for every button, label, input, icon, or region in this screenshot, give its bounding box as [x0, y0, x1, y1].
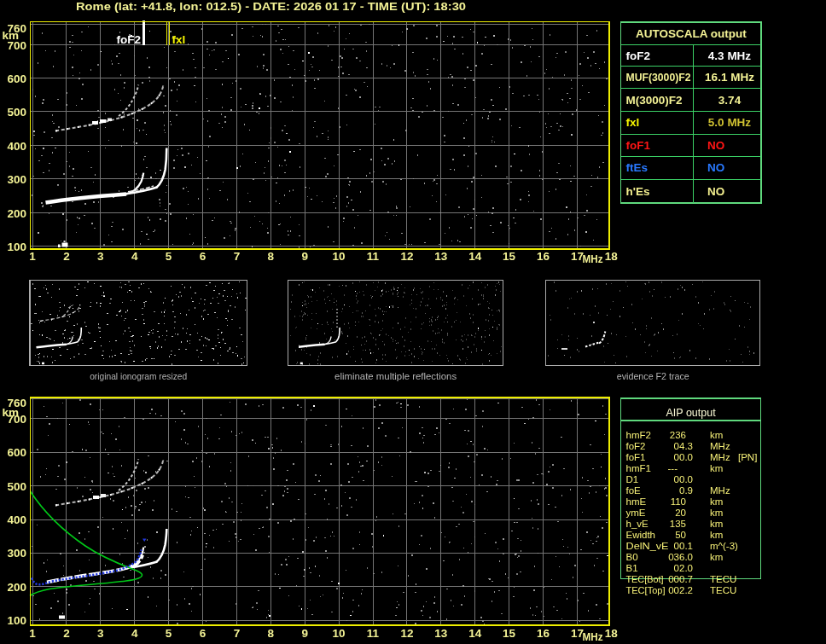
svg-text:600: 600	[7, 446, 26, 459]
svg-text:TEC[Top]: TEC[Top]	[626, 585, 666, 595]
svg-text:M(3000)F2: M(3000)F2	[626, 94, 683, 107]
svg-text:300: 300	[7, 173, 26, 186]
svg-text:h_vE: h_vE	[626, 519, 649, 529]
svg-text:02.0: 02.0	[674, 563, 693, 573]
svg-text:---: ---	[668, 463, 678, 473]
svg-text:original ionogram resized: original ionogram resized	[90, 371, 187, 381]
svg-text:50: 50	[675, 530, 686, 540]
svg-text:B1: B1	[626, 563, 638, 573]
svg-text:13: 13	[434, 250, 448, 263]
svg-text:1: 1	[29, 250, 36, 263]
svg-text:TEC[Bot]: TEC[Bot]	[626, 574, 664, 584]
svg-text:12: 12	[400, 250, 413, 263]
svg-text:15: 15	[503, 627, 516, 640]
svg-text:MUF(3000)F2: MUF(3000)F2	[626, 71, 691, 84]
svg-text:135: 135	[670, 519, 686, 529]
svg-text:500: 500	[7, 480, 26, 493]
svg-text:0.9: 0.9	[679, 485, 693, 496]
svg-text:foF1: foF1	[626, 452, 646, 462]
svg-text:036.0: 036.0	[668, 552, 693, 562]
svg-text:8: 8	[268, 627, 275, 640]
svg-text:7: 7	[234, 250, 241, 263]
svg-text:fxl: fxl	[626, 116, 640, 129]
svg-text:2: 2	[63, 627, 70, 640]
svg-text:km: km	[710, 530, 723, 540]
svg-text:9: 9	[301, 250, 308, 263]
svg-text:3: 3	[97, 250, 104, 263]
svg-text:h'Es: h'Es	[626, 185, 650, 198]
svg-text:km: km	[710, 463, 723, 473]
svg-text:6: 6	[200, 627, 206, 640]
svg-text:00.0: 00.0	[674, 452, 693, 462]
svg-text:200: 200	[7, 207, 26, 220]
svg-text:hmE: hmE	[626, 496, 647, 507]
svg-text:MHz: MHz	[710, 485, 730, 496]
svg-text:18: 18	[605, 250, 619, 263]
svg-text:002.2: 002.2	[668, 585, 693, 595]
svg-text:10: 10	[333, 250, 346, 263]
svg-text:[PN]: [PN]	[738, 452, 757, 462]
svg-text:5.0 MHz: 5.0 MHz	[708, 116, 752, 129]
svg-text:12: 12	[400, 627, 413, 640]
svg-text:400: 400	[7, 513, 26, 526]
svg-text:AIP output: AIP output	[666, 407, 717, 419]
svg-text:km: km	[710, 552, 723, 562]
svg-text:700: 700	[7, 413, 26, 426]
svg-text:4.3 MHz: 4.3 MHz	[708, 49, 752, 62]
svg-text:B0: B0	[626, 552, 638, 562]
svg-text:ymE: ymE	[626, 508, 646, 518]
svg-text:TECU: TECU	[710, 585, 736, 595]
svg-text:5: 5	[166, 250, 172, 263]
svg-text:16: 16	[537, 627, 550, 640]
svg-text:DelN_vE: DelN_vE	[626, 541, 669, 551]
svg-text:evidence F2 trace: evidence F2 trace	[617, 371, 689, 381]
svg-text:15: 15	[503, 250, 516, 263]
svg-text:00.0: 00.0	[674, 474, 693, 484]
svg-text:km: km	[710, 430, 723, 440]
svg-text:5: 5	[166, 627, 172, 640]
svg-text:m^(-3): m^(-3)	[710, 541, 738, 551]
svg-text:AUTOSCALA output: AUTOSCALA output	[636, 27, 747, 40]
svg-text:km: km	[710, 519, 723, 529]
svg-text:8: 8	[268, 250, 275, 263]
svg-text:11: 11	[367, 627, 380, 640]
svg-text:foF2: foF2	[626, 49, 651, 62]
svg-text:4: 4	[131, 627, 138, 640]
svg-text:hmF2: hmF2	[626, 430, 651, 440]
svg-text:D1: D1	[626, 474, 639, 484]
svg-text:00.1: 00.1	[674, 541, 693, 551]
svg-text:100: 100	[7, 614, 26, 627]
svg-text:MHz: MHz	[710, 441, 730, 451]
svg-text:NO: NO	[707, 185, 724, 198]
svg-text:foF2: foF2	[117, 33, 142, 46]
svg-text:11: 11	[367, 250, 380, 263]
svg-text:foE: foE	[626, 485, 642, 496]
svg-text:hmF1: hmF1	[626, 463, 651, 473]
svg-text:foF1: foF1	[626, 139, 651, 152]
svg-text:km: km	[710, 508, 723, 518]
svg-text:700: 700	[7, 39, 26, 52]
svg-text:236: 236	[670, 430, 686, 440]
svg-text:9: 9	[301, 627, 308, 640]
svg-text:14: 14	[468, 627, 482, 640]
svg-text:foF2: foF2	[626, 441, 646, 451]
svg-text:14: 14	[468, 250, 482, 263]
svg-text:eliminate multiple reflections: eliminate multiple reflections	[334, 371, 457, 381]
svg-text:MHz: MHz	[583, 631, 603, 643]
svg-text:10: 10	[333, 627, 346, 640]
svg-text:NO: NO	[707, 139, 724, 152]
svg-text:4: 4	[131, 250, 138, 263]
svg-text:18: 18	[605, 627, 619, 640]
svg-text:300: 300	[7, 547, 26, 560]
svg-text:Rome (lat: +41.8, lon: 012.5): Rome (lat: +41.8, lon: 012.5) - DATE: 20…	[76, 0, 466, 13]
svg-text:MHz: MHz	[710, 452, 730, 462]
svg-text:7: 7	[234, 627, 241, 640]
svg-text:fxl: fxl	[172, 33, 186, 46]
svg-text:ftEs: ftEs	[626, 161, 649, 174]
svg-text:000.7: 000.7	[668, 574, 693, 584]
svg-text:13: 13	[434, 627, 448, 640]
svg-text:600: 600	[7, 73, 26, 85]
svg-text:Ewidth: Ewidth	[626, 530, 656, 540]
svg-text:6: 6	[200, 250, 206, 263]
svg-text:16.1 MHz: 16.1 MHz	[705, 71, 754, 84]
